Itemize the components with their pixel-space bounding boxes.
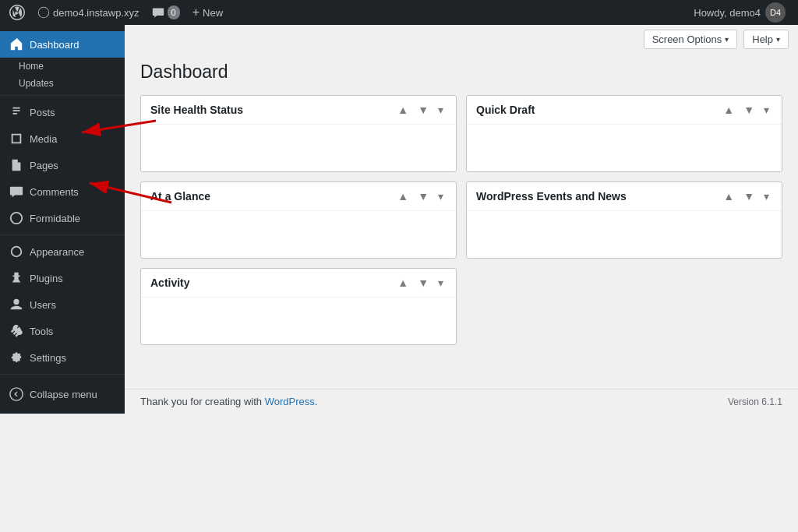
sidebar-item-comments[interactable]: Comments: [0, 178, 125, 205]
footer-thank-you: Thank you for creating with: [140, 396, 265, 407]
user-avatar: D4: [765, 2, 786, 23]
sidebar-updates-link[interactable]: Updates: [0, 75, 125, 92]
widget-quick-draft-header: Quick Draft ▲ ▼ ▾: [467, 96, 782, 125]
screen-options-arrow: ▾: [725, 35, 729, 44]
sidebar-item-posts[interactable]: Posts: [0, 99, 125, 125]
widget-wp-events-title: WordPress Events and News: [476, 190, 627, 203]
adminbar-site-name[interactable]: demo4.instawp.xyz: [31, 0, 146, 25]
widget-site-health-body: [141, 125, 456, 171]
sidebar-dashboard-label: Dashboard: [30, 39, 79, 51]
widget-site-health-title: Site Health Status: [150, 104, 243, 116]
widget-wp-events-up[interactable]: ▲: [720, 188, 737, 204]
widget-wp-events-menu[interactable]: ▾: [761, 188, 772, 204]
widget-site-health: Site Health Status ▲ ▼ ▾: [140, 95, 457, 172]
sidebar-settings-label: Settings: [30, 352, 66, 364]
sidebar-item-formidable[interactable]: Formidable: [0, 205, 125, 231]
widget-at-a-glance-body: [141, 211, 456, 258]
new-label: New: [203, 7, 223, 19]
sidebar-appearance-label: Appearance: [30, 246, 84, 258]
widget-activity-title: Activity: [150, 277, 190, 289]
sidebar-item-media[interactable]: Media: [0, 125, 125, 152]
sidebar-item-tools[interactable]: Tools: [0, 318, 125, 344]
widget-quick-draft: Quick Draft ▲ ▼ ▾: [466, 95, 782, 172]
adminbar-new[interactable]: + New: [186, 0, 229, 25]
wp-logo-icon[interactable]: [6, 0, 28, 25]
widget-activity-body: [141, 298, 456, 344]
widget-activity: Activity ▲ ▼ ▾: [140, 268, 457, 345]
howdy-text: Howdy, demo4: [694, 7, 761, 19]
collapse-menu-button[interactable]: Collapse menu: [0, 381, 125, 407]
widget-at-a-glance-controls: ▲ ▼ ▾: [394, 188, 447, 204]
avatar-initials: D4: [770, 8, 781, 17]
footer-wp-link[interactable]: WordPress: [265, 396, 315, 407]
widget-quick-draft-up[interactable]: ▲: [720, 102, 737, 118]
widget-activity-controls: ▲ ▼ ▾: [394, 275, 447, 291]
sidebar-item-users[interactable]: Users: [0, 291, 125, 318]
widget-at-a-glance-down[interactable]: ▼: [415, 188, 432, 204]
widget-at-a-glance-menu[interactable]: ▾: [435, 188, 447, 204]
widget-at-a-glance-title: At a Glance: [150, 190, 210, 203]
screen-options-label: Screen Options: [652, 33, 722, 45]
collapse-menu-label: Collapse menu: [30, 389, 97, 400]
footer-credit: Thank you for creating with WordPress.: [140, 396, 317, 407]
widget-site-health-controls: ▲ ▼ ▾: [394, 102, 447, 118]
widget-wp-events-body: [467, 211, 782, 258]
help-button[interactable]: Help ▾: [743, 30, 789, 49]
sidebar-formidable-label: Formidable: [30, 213, 80, 224]
sidebar-item-plugins[interactable]: Plugins: [0, 265, 125, 291]
widget-at-a-glance-up[interactable]: ▲: [394, 188, 411, 204]
footer: Thank you for creating with WordPress. V…: [125, 389, 798, 414]
widget-wp-events-down[interactable]: ▼: [740, 188, 757, 204]
page-title: Dashboard: [140, 62, 782, 83]
widget-quick-draft-menu[interactable]: ▾: [761, 102, 772, 118]
svg-point-1: [10, 388, 23, 400]
sidebar-tools-label: Tools: [30, 326, 53, 337]
sidebar-comments-label: Comments: [30, 186, 79, 198]
screen-options-button[interactable]: Screen Options ▾: [644, 30, 738, 49]
adminbar-user-menu[interactable]: Howdy, demo4 D4: [687, 2, 792, 23]
widget-quick-draft-controls: ▲ ▼ ▾: [720, 102, 772, 118]
widget-quick-draft-body: [467, 125, 782, 171]
widget-wp-events: WordPress Events and News ▲ ▼ ▾: [466, 181, 782, 259]
widget-at-a-glance: At a Glance ▲ ▼ ▾: [140, 181, 457, 259]
widget-activity-down[interactable]: ▼: [415, 275, 432, 291]
widget-wp-events-header: WordPress Events and News ▲ ▼ ▾: [467, 182, 782, 211]
widget-site-health-down[interactable]: ▼: [415, 102, 432, 118]
widget-site-health-header: Site Health Status ▲ ▼ ▾: [141, 96, 456, 125]
widget-activity-header: Activity ▲ ▼ ▾: [141, 269, 456, 298]
sidebar-item-pages[interactable]: Pages: [0, 152, 125, 178]
comments-count: 0: [168, 5, 180, 19]
widget-site-health-menu[interactable]: ▾: [435, 102, 447, 118]
sidebar-pages-label: Pages: [30, 160, 58, 171]
adminbar-comments[interactable]: 0: [146, 0, 186, 25]
site-name-text: demo4.instawp.xyz: [53, 7, 139, 19]
sidebar-item-dashboard[interactable]: Dashboard: [0, 31, 125, 58]
widget-at-a-glance-header: At a Glance ▲ ▼ ▾: [141, 182, 456, 211]
widget-activity-up[interactable]: ▲: [394, 275, 411, 291]
widget-quick-draft-title: Quick Draft: [476, 104, 535, 116]
sidebar-users-label: Users: [30, 299, 56, 311]
sidebar-item-appearance[interactable]: Appearance: [0, 238, 125, 265]
sidebar-item-settings[interactable]: Settings: [0, 344, 125, 371]
sidebar-home-link[interactable]: Home: [0, 58, 125, 75]
dashboard-widgets-grid: Site Health Status ▲ ▼ ▾ Quick Draf: [140, 95, 782, 345]
sidebar-posts-label: Posts: [30, 107, 55, 118]
plus-icon: +: [192, 5, 200, 19]
widget-site-health-up[interactable]: ▲: [394, 102, 411, 118]
footer-version: Version 6.1.1: [728, 396, 782, 407]
sidebar-media-label: Media: [30, 133, 57, 145]
svg-point-0: [11, 213, 22, 224]
help-arrow: ▾: [776, 35, 780, 44]
widget-quick-draft-down[interactable]: ▼: [740, 102, 757, 118]
help-label: Help: [752, 33, 773, 45]
widget-wp-events-controls: ▲ ▼ ▾: [720, 188, 772, 204]
widget-activity-menu[interactable]: ▾: [435, 275, 447, 291]
sidebar-plugins-label: Plugins: [30, 273, 63, 284]
